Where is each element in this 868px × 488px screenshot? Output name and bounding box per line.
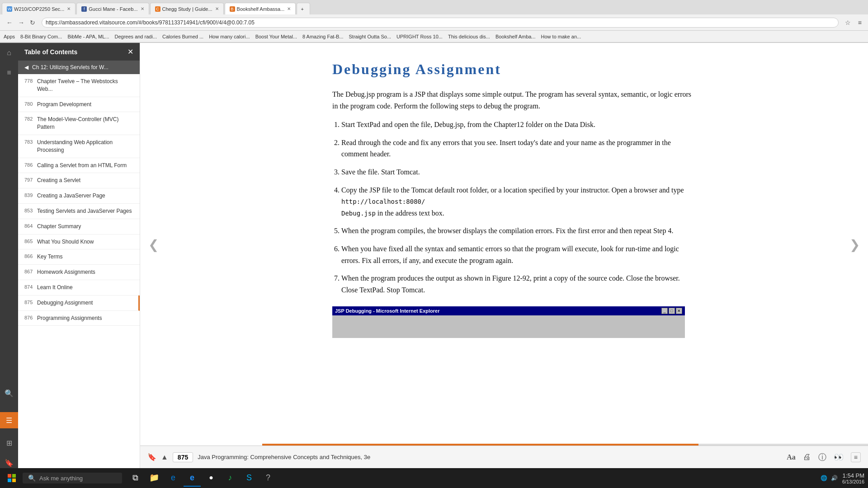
font-size-button[interactable]: Aa	[787, 453, 796, 461]
address-bar[interactable]	[42, 18, 839, 28]
taskbar-search-text: Ask me anything	[39, 475, 83, 482]
bottom-bar-container: 🔖 ▲ 875 Java Programming: Comprehensive …	[140, 446, 868, 468]
toc-item-786[interactable]: 786 Calling a Servlet from an HTML Form	[18, 158, 140, 174]
tab-close-chegg[interactable]: ✕	[215, 6, 219, 11]
tab-bookshelf[interactable]: B Bookshelf Ambassa... ✕	[225, 3, 296, 14]
prev-arrow-button[interactable]: ▲	[161, 453, 168, 461]
start-button[interactable]	[4, 470, 20, 486]
menu-dots-button[interactable]: ≡	[851, 452, 861, 462]
toc-item-864[interactable]: 864 Chapter Summary	[18, 219, 140, 235]
toc-item-865[interactable]: 865 What You Should Know	[18, 235, 140, 250]
bookmark-howtomake[interactable]: How to make an...	[541, 34, 581, 39]
bookmark-8amazing[interactable]: 8 Amazing Fat-B...	[302, 34, 343, 39]
bookmark-calories[interactable]: Calories Burned ...	[162, 34, 203, 39]
dialog-body	[332, 315, 685, 338]
toc-item-874[interactable]: 874 Learn It Online	[18, 280, 140, 296]
bookmark-boost[interactable]: Boost Your Metal...	[255, 34, 297, 39]
svg-rect-1	[12, 474, 16, 478]
toc-item-875[interactable]: 875 Debugging Assignment	[18, 296, 140, 311]
bookmark-apps[interactable]: Apps	[4, 34, 15, 39]
info-button[interactable]: ⓘ	[818, 452, 826, 463]
toc-item-782[interactable]: 782 The Model-View-Controller (MVC) Patt…	[18, 112, 140, 135]
tab-chegg[interactable]: C Chegg Study | Guide... ✕	[150, 3, 224, 14]
tab-favicon-gucci: f	[81, 6, 87, 12]
network-icon[interactable]: 🌐	[821, 475, 827, 481]
toc-close-button[interactable]: ✕	[127, 47, 133, 56]
next-page-button[interactable]: ❯	[849, 237, 860, 252]
taskbar-search[interactable]: 🔍 Ask me anything	[23, 473, 122, 483]
taskbar-file-explorer[interactable]: 📁	[146, 469, 163, 487]
dialog-maximize-button[interactable]: □	[669, 308, 675, 314]
taskbar-right: 🌐 🔊 1:54 PM 6/13/2016	[821, 472, 864, 484]
taskbar-chrome[interactable]: ●	[203, 469, 220, 487]
bookmark-thisdelicious[interactable]: This delicious dis...	[448, 34, 490, 39]
bookmark-straight[interactable]: Straight Outta So...	[349, 34, 391, 39]
share-button[interactable]: 👀	[834, 452, 844, 462]
toc-item-780[interactable]: 780 Program Development	[18, 97, 140, 113]
tab-close-w210[interactable]: ✕	[67, 6, 71, 11]
sidebar-menu-icon[interactable]: ≡	[4, 67, 14, 78]
bookmark-upright[interactable]: UPRIGHT Ross 10...	[396, 34, 443, 39]
dialog-controls: _ □ ✕	[661, 308, 682, 314]
tab-gucci[interactable]: f Gucci Mane - Faceb... ✕	[76, 3, 149, 14]
toc-item-num-782: 782	[24, 116, 37, 122]
toc-item-839[interactable]: 839 Creating a JavaServer Page	[18, 188, 140, 204]
sidebar-list-icon[interactable]: ☰	[0, 412, 18, 428]
tab-new[interactable]: +	[297, 3, 310, 14]
sidebar-bookmark-icon[interactable]: 🔖	[4, 457, 14, 468]
bookmark-bookshelf[interactable]: Bookshelf Amba...	[495, 34, 536, 39]
taskbar-task-view[interactable]: ⧉	[127, 469, 144, 487]
bookmark-8bit[interactable]: 8-Bit Binary Com...	[20, 34, 62, 39]
sidebar-grid-icon[interactable]: ⊞	[4, 437, 14, 448]
steps-list: Start TextPad and open the file, Debug.j…	[341, 119, 694, 296]
dialog-preview: JSP Debugging - Microsoft Internet Explo…	[332, 306, 685, 338]
toc-item-876[interactable]: 876 Programming Assignments	[18, 311, 140, 326]
back-button[interactable]: ←	[4, 18, 15, 28]
tab-close-gucci[interactable]: ✕	[141, 6, 144, 11]
toc-item-866[interactable]: 866 Key Terms	[18, 249, 140, 265]
tab-close-bookshelf[interactable]: ✕	[287, 6, 291, 11]
taskbar-spotify[interactable]: ♪	[222, 469, 239, 487]
toc-item-label-874: Learn It Online	[37, 284, 133, 291]
toc-chapter[interactable]: ◀ Ch 12: Utilizing Servlets for W...	[18, 61, 140, 74]
dialog-minimize-button[interactable]: _	[661, 308, 668, 314]
sidebar-search-icon[interactable]: 🔍	[4, 388, 14, 399]
bookmark-degrees[interactable]: Degrees and radi...	[115, 34, 157, 39]
toc-item-778[interactable]: 778 Chapter Twelve – The Webstocks Web..…	[18, 74, 140, 97]
refresh-button[interactable]: ↻	[27, 18, 38, 28]
bottom-bar: 🔖 ▲ 875 Java Programming: Comprehensive …	[140, 446, 868, 468]
step-1: Start TextPad and open the file, Debug.j…	[341, 119, 694, 131]
nav-icons: ☆ ≡	[842, 18, 864, 28]
toc-item-label-867: Homework Assignments	[37, 268, 133, 276]
taskbar-skype[interactable]: S	[241, 469, 258, 487]
bookmark-toggle-button[interactable]: 🔖	[147, 453, 156, 461]
toc-item-783[interactable]: 783 Understanding Web Application Proces…	[18, 135, 140, 158]
current-page-number[interactable]: 875	[173, 452, 193, 462]
toc-item-797[interactable]: 797 Creating a Servlet	[18, 173, 140, 188]
sidebar-home-icon[interactable]: ⌂	[4, 47, 14, 58]
toc-item-label-864: Chapter Summary	[37, 223, 133, 230]
tab-favicon-bookshelf: B	[230, 6, 235, 12]
toc-item-853[interactable]: 853 Testing Servlets and JavaServer Page…	[18, 204, 140, 219]
toc-item-867[interactable]: 867 Homework Assignments	[18, 265, 140, 280]
bookmark-bibme[interactable]: BibMe - APA, ML...	[67, 34, 109, 39]
prev-page-button[interactable]: ❮	[148, 237, 159, 252]
toc-item-num-778: 778	[24, 78, 37, 84]
tab-w210[interactable]: W W210/COP2250 Sec... ✕	[2, 3, 75, 14]
dialog-close-button[interactable]: ✕	[676, 308, 682, 314]
taskbar-app-unknown[interactable]: ?	[259, 469, 277, 487]
volume-icon[interactable]: 🔊	[831, 475, 838, 481]
taskbar-edge[interactable]: e	[165, 469, 182, 487]
toc-item-num-839: 839	[24, 192, 37, 198]
nav-bar: ← → ↻ ☆ ≡	[0, 14, 868, 31]
toc-item-num-866: 866	[24, 253, 37, 259]
bookmark-howmany[interactable]: How many calori...	[209, 34, 250, 39]
toc-item-label-865: What You Should Know	[37, 238, 133, 246]
print-button[interactable]: 🖨	[803, 452, 811, 462]
forward-button[interactable]: →	[15, 18, 27, 28]
taskbar-clock[interactable]: 1:54 PM 6/13/2016	[842, 472, 864, 484]
taskbar-ie[interactable]: e	[184, 469, 201, 487]
content-scroll[interactable]: Debugging Assignment The Debug.jsp progr…	[140, 43, 868, 446]
star-button[interactable]: ☆	[842, 18, 854, 28]
menu-button[interactable]: ≡	[855, 18, 864, 28]
